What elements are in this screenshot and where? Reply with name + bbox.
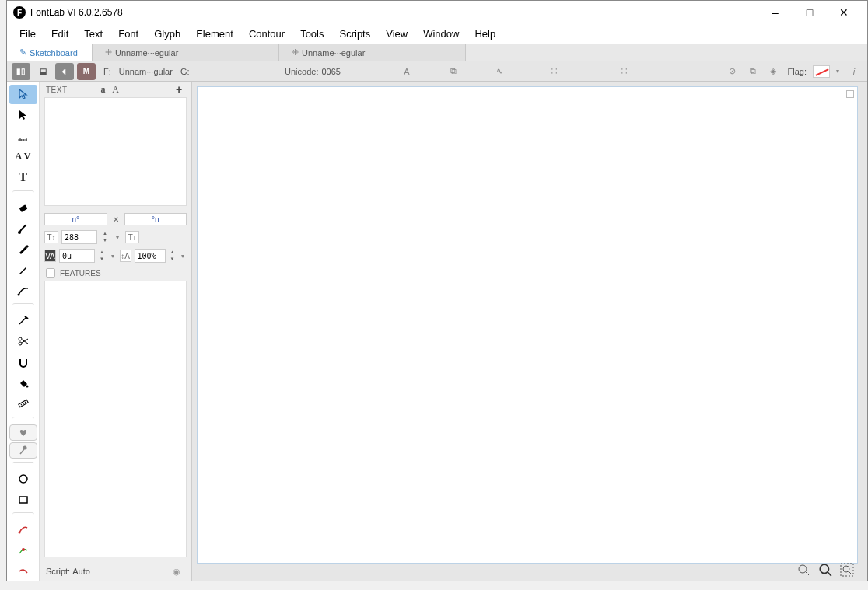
- tool-pencil[interactable]: [9, 260, 37, 280]
- left-sidebearing[interactable]: n°: [44, 213, 107, 225]
- tool-circle[interactable]: [9, 469, 37, 488]
- menu-glyph[interactable]: Glyph: [146, 26, 188, 42]
- panel-toggle-1[interactable]: ▮▯: [12, 63, 30, 80]
- features-section-header[interactable]: FEATURES: [40, 265, 191, 281]
- layers-icon[interactable]: ◈: [765, 63, 782, 80]
- tool-fill[interactable]: [9, 373, 37, 393]
- menu-scripts[interactable]: Scripts: [332, 26, 379, 42]
- visibility-icon[interactable]: ◉: [173, 567, 185, 577]
- features-list[interactable]: [44, 281, 187, 557]
- tool-column: A|V T: [7, 82, 40, 581]
- unicode-value[interactable]: 0065: [321, 67, 340, 76]
- script-value[interactable]: Auto: [72, 567, 90, 576]
- size-input[interactable]: [61, 230, 97, 244]
- handle-icon-2[interactable]: ⸬: [616, 63, 633, 80]
- anchor-icon[interactable]: Ā: [398, 63, 415, 80]
- case-icon[interactable]: Tт: [125, 231, 139, 243]
- kern-dropdown[interactable]: ▾: [109, 253, 117, 260]
- tab-sketchboard[interactable]: ✎ Sketchboard: [7, 44, 93, 61]
- kern-input[interactable]: [59, 249, 95, 263]
- zoom-spinner[interactable]: ▲▼: [169, 249, 177, 263]
- uppercase-toggle[interactable]: A: [110, 84, 122, 96]
- canvas-corner-handle[interactable]: [846, 90, 854, 98]
- menu-view[interactable]: View: [378, 26, 415, 42]
- svg-line-11: [23, 403, 23, 405]
- size-dropdown[interactable]: ▾: [113, 234, 122, 241]
- clear-icon[interactable]: ✕: [110, 215, 121, 224]
- svg-line-10: [20, 404, 21, 406]
- minimize-button[interactable]: –: [758, 2, 793, 23]
- copy-icon[interactable]: ⧉: [445, 63, 462, 80]
- menu-contour[interactable]: Contour: [241, 26, 292, 42]
- tool-ruler[interactable]: [9, 394, 37, 414]
- tool-magnet[interactable]: [9, 353, 37, 372]
- size-spinner[interactable]: ▲▼: [100, 230, 110, 244]
- flag-dropdown[interactable]: ▾: [833, 68, 842, 75]
- menu-help[interactable]: Help: [467, 26, 503, 42]
- panel-toggle-2[interactable]: ⬓: [33, 63, 52, 80]
- workarea: A|V T: [7, 82, 867, 581]
- features-label: FEATURES: [60, 269, 101, 278]
- tool-metrics[interactable]: [9, 127, 37, 146]
- tab-font-2[interactable]: ⁜ Unname···egular: [279, 44, 466, 61]
- tool-select[interactable]: [9, 85, 37, 104]
- font-name-value[interactable]: Unnam···gular: [119, 67, 173, 76]
- svg-point-7: [19, 342, 22, 345]
- features-checkbox[interactable]: [46, 268, 55, 278]
- zoom-in-button[interactable]: [817, 562, 833, 578]
- zoom-fit-button[interactable]: [839, 562, 855, 578]
- tool-text[interactable]: T: [9, 168, 37, 187]
- right-sidebearing[interactable]: °n: [124, 213, 187, 225]
- tool-heart[interactable]: [9, 424, 37, 441]
- svg-line-20: [806, 572, 809, 575]
- zoom-out-button[interactable]: [796, 562, 811, 578]
- menu-file[interactable]: File: [12, 26, 44, 42]
- svg-rect-3: [19, 204, 27, 212]
- maximize-button[interactable]: □: [793, 2, 827, 23]
- zoom-dropdown[interactable]: ▾: [179, 253, 187, 260]
- info-icon[interactable]: i: [845, 63, 863, 80]
- tool-pin[interactable]: [9, 442, 37, 459]
- menubar: File Edit Text Font Glyph Element Contou…: [7, 24, 867, 44]
- tool-pen[interactable]: [9, 239, 37, 259]
- link-icon[interactable]: ⊘: [724, 63, 741, 80]
- document-tabs: ✎ Sketchboard ⁜ Unname···egular ⁜ Unname…: [7, 44, 867, 61]
- tab-font-1[interactable]: ⁜ Unname···egular: [93, 44, 279, 61]
- tool-knife[interactable]: [9, 311, 37, 330]
- tool-rapid[interactable]: [9, 281, 37, 301]
- tool-eraser[interactable]: [9, 198, 37, 218]
- size-row: T↕ ▲▼ ▾ Tт: [40, 228, 191, 246]
- sketchboard-canvas[interactable]: [197, 86, 858, 564]
- lowercase-toggle[interactable]: a: [97, 84, 110, 96]
- svg-line-14: [20, 449, 24, 454]
- tool-node-add[interactable]: [9, 540, 37, 560]
- close-button[interactable]: ✕: [827, 2, 861, 23]
- tool-kerning[interactable]: A|V: [9, 147, 37, 166]
- svg-point-6: [19, 337, 22, 340]
- menu-window[interactable]: Window: [415, 26, 467, 42]
- tool-tangent[interactable]: [9, 561, 37, 581]
- info-toolbar: ▮▯ ⬓ ⏴ M F: Unnam···gular G: Unicode: 00…: [7, 61, 867, 82]
- flag-swatch[interactable]: [813, 65, 830, 78]
- curve-icon[interactable]: ∿: [492, 63, 509, 80]
- tool-scissors[interactable]: [9, 332, 37, 351]
- menu-element[interactable]: Element: [188, 26, 241, 42]
- pencil-icon: ✎: [19, 47, 26, 58]
- panel-toggle-m[interactable]: M: [77, 63, 96, 80]
- overlap-icon[interactable]: ⧉: [744, 63, 761, 80]
- tool-rectangle[interactable]: [9, 490, 37, 509]
- zoom-input[interactable]: [135, 249, 166, 263]
- menu-tools[interactable]: Tools: [292, 26, 331, 42]
- tool-brush[interactable]: [9, 218, 37, 238]
- text-preview-area[interactable]: [44, 97, 187, 206]
- panel-toggle-3[interactable]: ⏴: [55, 63, 74, 80]
- menu-edit[interactable]: Edit: [44, 26, 76, 42]
- kern-spinner[interactable]: ▲▼: [98, 249, 106, 263]
- menu-text[interactable]: Text: [76, 26, 110, 42]
- svg-point-5: [17, 293, 19, 295]
- handle-icon-1[interactable]: ⸬: [546, 63, 563, 80]
- tool-direct-select[interactable]: [9, 106, 37, 125]
- add-text-button[interactable]: +: [173, 83, 185, 96]
- tool-curve-red[interactable]: [9, 520, 37, 539]
- menu-font[interactable]: Font: [110, 26, 146, 42]
